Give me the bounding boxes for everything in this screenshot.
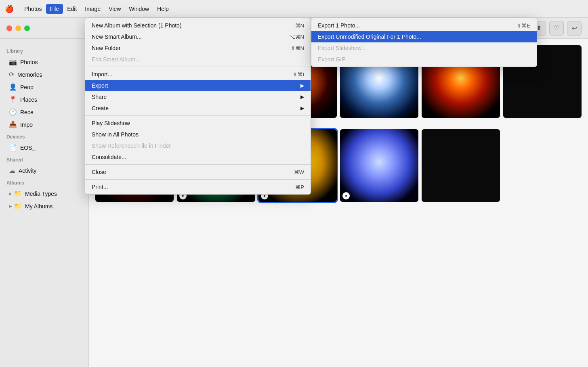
menu-item-label: Edit Smart Album... bbox=[92, 56, 140, 63]
menu-shortcut: ⌘W bbox=[294, 169, 304, 175]
menu-shortcut: ⌘N bbox=[295, 23, 304, 29]
export-submenu-item-unmodified[interactable]: Export Unmodified Original For 1 Photo..… bbox=[311, 31, 537, 42]
menu-item-new-smart-album[interactable]: New Smart Album... ⌥⌘N bbox=[85, 31, 311, 42]
menu-separator-4 bbox=[85, 179, 311, 180]
menu-shortcut: ⌥⌘N bbox=[289, 34, 304, 40]
menu-separator-3 bbox=[85, 164, 311, 165]
menu-item-label: Show Referenced File in Finder bbox=[92, 143, 171, 149]
submenu-arrow-icon: ▶ bbox=[300, 94, 304, 100]
menu-item-label: Export Slideshow... bbox=[318, 45, 366, 51]
menu-shortcut: ⇧⌘E bbox=[517, 23, 530, 29]
menu-item-label: Import... bbox=[92, 71, 112, 78]
menu-overlay: New Album with Selection (1 Photo) ⌘N Ne… bbox=[0, 0, 588, 367]
menu-item-export[interactable]: Export ▶ bbox=[85, 80, 311, 91]
menu-shortcut: ⌘P bbox=[295, 184, 304, 190]
menu-item-label: New Folder bbox=[92, 45, 121, 51]
menu-item-show-in-all-photos[interactable]: Show in All Photos bbox=[85, 129, 311, 140]
menu-item-print[interactable]: Print... ⌘P bbox=[85, 181, 311, 193]
menu-item-label: Create bbox=[92, 105, 109, 111]
menu-shortcut: ⇧⌘I bbox=[293, 71, 304, 78]
menu-item-new-album-selection[interactable]: New Album with Selection (1 Photo) ⌘N bbox=[85, 20, 311, 31]
menu-item-share[interactable]: Share ▶ bbox=[85, 91, 311, 103]
export-submenu-item-1photo[interactable]: Export 1 Photo... ⇧⌘E bbox=[311, 20, 537, 31]
menu-separator bbox=[85, 67, 311, 67]
menu-item-label: Export 1 Photo... bbox=[318, 22, 360, 29]
export-submenu-item-gif: Export GIF bbox=[311, 54, 537, 65]
submenu-arrow-icon: ▶ bbox=[300, 105, 304, 111]
menu-item-create[interactable]: Create ▶ bbox=[85, 103, 311, 114]
submenu-arrow-icon: ▶ bbox=[300, 83, 304, 88]
file-menu: New Album with Selection (1 Photo) ⌘N Ne… bbox=[85, 18, 311, 195]
menu-item-label: Export Unmodified Original For 1 Photo..… bbox=[318, 34, 421, 40]
menu-item-label: New Album with Selection (1 Photo) bbox=[92, 22, 182, 29]
menu-item-label: Share bbox=[92, 94, 107, 100]
menu-shortcut: ⇧⌘N bbox=[291, 45, 304, 51]
menu-item-label: Consolidate... bbox=[92, 154, 126, 160]
menu-item-label: Show in All Photos bbox=[92, 131, 139, 138]
menu-item-label: Close bbox=[92, 169, 106, 175]
menu-item-edit-smart-album: Edit Smart Album... bbox=[85, 54, 311, 65]
menu-item-label: Export GIF bbox=[318, 56, 345, 63]
menu-item-label: Play Slideshow bbox=[92, 120, 130, 126]
menu-item-consolidate[interactable]: Consolidate... bbox=[85, 151, 311, 163]
export-submenu: Export 1 Photo... ⇧⌘E Export Unmodified … bbox=[311, 18, 537, 67]
menu-item-import[interactable]: Import... ⇧⌘I bbox=[85, 69, 311, 80]
export-submenu-item-slideshow: Export Slideshow... bbox=[311, 42, 537, 54]
menu-item-label: New Smart Album... bbox=[92, 34, 142, 40]
menu-item-new-folder[interactable]: New Folder ⇧⌘N bbox=[85, 42, 311, 54]
menu-item-play-slideshow[interactable]: Play Slideshow bbox=[85, 117, 311, 129]
menu-item-label: Export bbox=[92, 82, 108, 89]
menu-item-close[interactable]: Close ⌘W bbox=[85, 166, 311, 178]
menu-item-label: Print... bbox=[92, 184, 108, 190]
menu-item-show-referenced: Show Referenced File in Finder bbox=[85, 140, 311, 151]
menu-separator-2 bbox=[85, 115, 311, 116]
